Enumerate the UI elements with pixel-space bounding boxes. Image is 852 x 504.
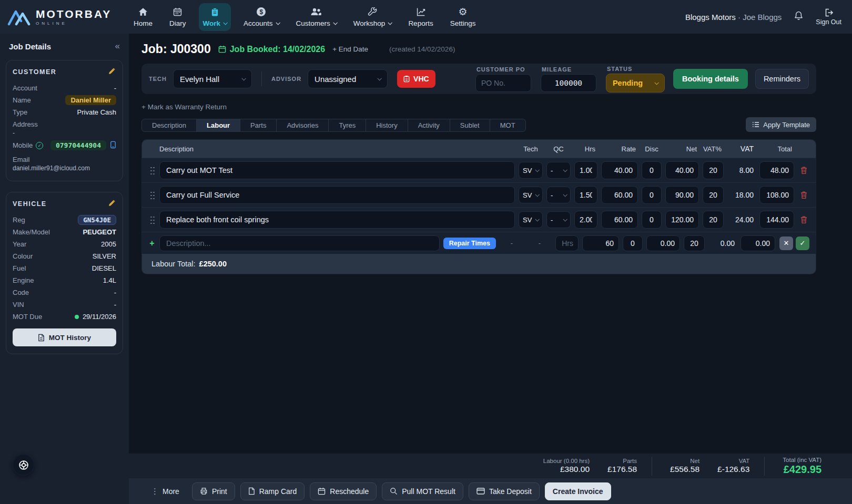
cancel-row-button[interactable]: ✕	[779, 236, 793, 250]
print-button[interactable]: Print	[192, 482, 235, 500]
create-invoice-button[interactable]: Create Invoice	[545, 482, 611, 500]
take-deposit-button[interactable]: Take Deposit	[469, 482, 540, 500]
drag-handle[interactable]	[148, 191, 156, 200]
tab-activity[interactable]: Activity	[408, 119, 450, 132]
credit-card-icon	[476, 488, 485, 495]
tab-sublet[interactable]: Sublet	[450, 119, 490, 132]
nav-label: Accounts	[244, 19, 273, 27]
nav-item-diary[interactable]: Diary	[165, 3, 190, 31]
nav-item-home[interactable]: Home	[129, 3, 157, 31]
description-input[interactable]	[159, 161, 515, 179]
nav-item-work[interactable]: Work	[199, 3, 231, 31]
tab-advisories[interactable]: Advisories	[276, 119, 329, 132]
booking-details-button[interactable]: Booking details	[673, 69, 748, 89]
customer-name-badge[interactable]: Daniel Miller	[65, 95, 116, 105]
advisor-select[interactable]: Unassigned	[308, 69, 388, 88]
tab-history[interactable]: History	[366, 119, 408, 132]
disc-input[interactable]	[642, 186, 662, 204]
notifications-bell-icon[interactable]	[794, 11, 803, 23]
main-nav: Home Diary Work $ Accounts Customers	[129, 3, 480, 31]
email-value: daniel.miller91@icloud.com	[13, 164, 116, 172]
new-rate-input[interactable]	[582, 235, 619, 251]
description-input[interactable]	[159, 186, 515, 204]
vhc-button[interactable]: VHC	[397, 70, 435, 88]
parts-total-group: Parts £176.58	[607, 458, 637, 474]
edit-vehicle-pencil-icon[interactable]	[108, 199, 116, 209]
mark-warranty-return-link[interactable]: + Mark as Warranty Return	[141, 103, 816, 111]
reminders-button[interactable]: Reminders	[755, 69, 809, 89]
tab-description[interactable]: Description	[141, 119, 197, 132]
support-widget-button[interactable]	[13, 454, 34, 476]
tech-select[interactable]: Evelyn Hall	[173, 69, 252, 88]
vehicle-reg-badge[interactable]: GN54J0E	[78, 215, 116, 225]
vat-pct-input[interactable]	[703, 161, 724, 179]
hrs-input[interactable]	[574, 186, 597, 204]
nav-item-workshop[interactable]: Workshop	[349, 3, 396, 31]
drag-handle[interactable]	[148, 215, 156, 224]
tech-mini-select[interactable]: SV	[519, 162, 543, 179]
ramp-card-button[interactable]: Ramp Card	[240, 482, 305, 500]
qc-mini-select[interactable]: -	[546, 211, 571, 228]
new-total-input[interactable]	[741, 235, 775, 251]
new-hrs-input[interactable]	[555, 235, 579, 251]
confirm-row-button[interactable]: ✓	[796, 236, 809, 250]
total-input[interactable]	[759, 211, 794, 229]
nav-item-customers[interactable]: Customers	[292, 3, 341, 31]
mobile-phone-icon[interactable]	[110, 141, 116, 150]
status-select[interactable]: Pending	[606, 74, 665, 92]
disc-input[interactable]	[642, 211, 662, 229]
total-input[interactable]	[759, 186, 794, 204]
tech-mini-select[interactable]: SV	[519, 211, 543, 228]
vat-pct-input[interactable]	[703, 211, 724, 229]
total-input[interactable]	[759, 161, 794, 179]
repair-times-button[interactable]: Repair Times	[443, 238, 496, 249]
vat-pct-input[interactable]	[703, 186, 724, 204]
tech-mini-select[interactable]: SV	[519, 187, 543, 203]
new-disc-input[interactable]	[623, 235, 643, 251]
brand-logo[interactable]: MOTORBAY ONLINE	[7, 8, 129, 26]
drag-handle[interactable]	[148, 166, 156, 175]
field-label: Reg	[13, 216, 25, 224]
qc-mini-select[interactable]: -	[546, 162, 571, 179]
tab-tyres[interactable]: Tyres	[328, 119, 366, 132]
hrs-input[interactable]	[574, 211, 597, 229]
new-net-input[interactable]	[646, 235, 680, 251]
pull-mot-result-button[interactable]: Pull MOT Result	[382, 482, 463, 500]
edit-customer-pencil-icon[interactable]	[108, 67, 116, 77]
add-row-plus-icon[interactable]: +	[148, 239, 156, 248]
disc-input[interactable]	[642, 161, 662, 179]
job-booked-date[interactable]: Job Booked: 14/02/2026	[218, 45, 325, 54]
tab-parts[interactable]: Parts	[240, 119, 277, 132]
new-description-input[interactable]	[159, 235, 440, 251]
nav-item-accounts[interactable]: $ Accounts	[239, 3, 283, 31]
mileage-input[interactable]	[541, 74, 596, 92]
delete-row-button[interactable]	[800, 215, 808, 224]
tab-labour[interactable]: Labour	[196, 119, 240, 132]
qc-mini-select[interactable]: -	[546, 187, 571, 203]
nav-item-reports[interactable]: Reports	[404, 3, 437, 31]
net-input[interactable]	[665, 161, 699, 179]
add-end-date-link[interactable]: + End Date	[332, 45, 368, 53]
mot-due-value: 29/11/2026	[83, 313, 116, 321]
apply-template-button[interactable]: Apply Template	[746, 117, 816, 132]
mot-history-button[interactable]: MOT History	[13, 328, 116, 346]
more-button[interactable]: ⋮More	[151, 487, 179, 496]
hrs-input[interactable]	[574, 161, 597, 179]
delete-row-button[interactable]	[800, 166, 808, 174]
sign-out-button[interactable]: Sign Out	[816, 8, 841, 26]
collapse-sidebar-button[interactable]: «	[115, 41, 120, 52]
net-input[interactable]	[665, 186, 699, 204]
description-input[interactable]	[159, 211, 515, 229]
delete-row-button[interactable]	[800, 191, 808, 199]
nav-label: Work	[203, 19, 221, 27]
mobile-number-badge[interactable]: 07970444904	[50, 140, 106, 150]
rate-input[interactable]	[601, 211, 638, 229]
reschedule-button[interactable]: Reschedule	[310, 482, 377, 500]
net-input[interactable]	[665, 211, 699, 229]
rate-input[interactable]	[601, 161, 638, 179]
new-vat-pct-input[interactable]	[684, 235, 705, 251]
tab-mot[interactable]: MOT	[490, 119, 526, 132]
nav-item-settings[interactable]: ⚙ Settings	[446, 3, 480, 31]
customer-po-input[interactable]	[475, 74, 531, 92]
rate-input[interactable]	[601, 186, 638, 204]
